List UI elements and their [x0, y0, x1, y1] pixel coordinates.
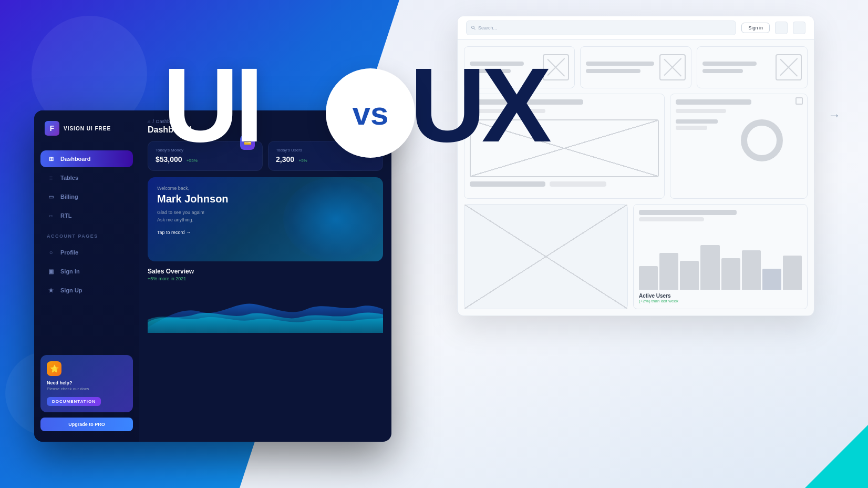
sidebar-item-label: Dashboard [60, 156, 90, 162]
wf-line [702, 69, 743, 73]
signin-button[interactable]: Sign in [741, 23, 770, 33]
content-layer: UI vs UX F VISION UI FREE ⊞ Dashboard [0, 0, 868, 488]
wf-panel-title [639, 210, 737, 215]
wireframe-search[interactable]: Search... [466, 21, 736, 35]
wf-line [702, 62, 757, 66]
wireframe-bar-panel: Active Users (+2%) than last week [633, 204, 808, 309]
sidebar-item-label: Billing [60, 194, 78, 200]
account-section-label: ACCOUNT PAGES [40, 226, 133, 242]
lang-button-2[interactable] [793, 22, 805, 34]
help-subtitle: Please check our docs [47, 387, 127, 391]
sales-title: Sales Overview [148, 268, 383, 275]
wireframe-arrow: → [828, 108, 841, 123]
wf-bar [639, 266, 658, 290]
sidebar-item-rtl[interactable]: ↔ RTL [40, 207, 133, 224]
rtl-icon: ↔ [47, 211, 55, 220]
cyan-triangle-decoration [805, 425, 868, 488]
stat-change-users: +5% [299, 158, 307, 163]
ui-heading: UI [163, 53, 260, 158]
vs-circle: vs [326, 68, 415, 158]
sidebar-item-label: Tables [60, 175, 78, 181]
wf-image-placeholder [659, 54, 686, 80]
wf-bar [659, 253, 678, 290]
documentation-button[interactable]: DOCUMENTATION [47, 397, 101, 406]
wf-bar [721, 258, 740, 290]
wf-panel-sub [639, 217, 704, 221]
sidebar-logo: F VISION UI FREE [40, 121, 133, 136]
sales-subtitle: +5% more in 2021 [148, 276, 383, 281]
sidebar-item-label: RTL [60, 212, 71, 219]
lang-button[interactable] [775, 22, 788, 34]
wf-bar-chart [639, 237, 802, 290]
logo-text: VISION UI FREE [64, 126, 111, 131]
dashboard-icon: ⊞ [47, 155, 55, 163]
wf-line [676, 119, 718, 124]
sidebar-item-billing[interactable]: ▭ Billing [40, 188, 133, 205]
home-icon: ⌂ [148, 119, 150, 124]
billing-icon: ▭ [47, 192, 55, 201]
wf-bar [783, 256, 802, 290]
active-users-change: (+2%) than last week [639, 299, 802, 303]
wf-text-lines [676, 119, 802, 161]
wireframe-row3: Active Users (+2%) than last week [464, 204, 808, 309]
wireframe-card-3 [697, 46, 808, 88]
sidebar-item-dashboard[interactable]: ⊞ Dashboard [40, 150, 133, 167]
profile-icon: ○ [47, 248, 55, 257]
signin-icon: ▣ [47, 267, 55, 276]
logo-icon: F [45, 121, 59, 136]
diag-x-big [464, 205, 627, 309]
help-title: Need help? [47, 380, 127, 385]
sales-chart [148, 286, 383, 333]
sales-section: Sales Overview +5% more in 2021 [148, 268, 383, 433]
wf-bar [680, 261, 699, 290]
wf-line [676, 126, 707, 130]
wf-panel-title [676, 99, 751, 105]
breadcrumb-separator: / [152, 119, 154, 124]
wireframe-card-2 [580, 46, 691, 88]
wireframe-topbar: Search... Sign in [458, 16, 814, 40]
wf-bar [742, 250, 761, 290]
wf-bar [762, 269, 781, 290]
svg-line-1 [474, 28, 476, 30]
sidebar-item-label: Sign Up [60, 287, 82, 293]
sidebar-item-tables[interactable]: ≡ Tables [40, 169, 133, 186]
sidebar-item-label: Sign In [60, 268, 80, 274]
tables-icon: ≡ [47, 174, 55, 182]
sidebar-item-label: Profile [60, 249, 78, 256]
upgrade-button[interactable]: Upgrade to PRO [40, 418, 133, 431]
wf-line [586, 62, 654, 66]
wf-image-placeholder [776, 54, 802, 80]
signup-icon: ★ [47, 286, 55, 294]
wf-btn-placeholder [550, 181, 606, 187]
help-card: ⭐ Need help? Please check our docs DOCUM… [40, 355, 133, 412]
wf-close-btn [795, 97, 803, 105]
sidebar-item-profile[interactable]: ○ Profile [40, 244, 133, 261]
svg-point-0 [472, 26, 474, 29]
help-icon: ⭐ [47, 361, 61, 376]
active-users-label: Active Users [639, 293, 802, 299]
jellyfish-illustration [283, 177, 383, 261]
vs-text: vs [353, 95, 389, 132]
wireframe-panel-2 [670, 94, 808, 199]
ux-heading: UX [410, 53, 547, 158]
sidebar-nav: ⊞ Dashboard ≡ Tables ▭ Billing ↔ RTL [40, 150, 133, 349]
wf-line [586, 69, 640, 73]
wf-donut-chart [741, 119, 783, 161]
sidebar: F VISION UI FREE ⊞ Dashboard ≡ Tables ▭ [34, 110, 139, 442]
wireframe-big-image [464, 204, 628, 309]
sidebar-item-signin[interactable]: ▣ Sign In [40, 263, 133, 280]
wf-btn-placeholder [470, 181, 545, 187]
wf-panel-sub [676, 109, 726, 113]
welcome-card: Welcome back, Mark Johnson Glad to see y… [148, 177, 383, 261]
search-placeholder: Search... [478, 25, 497, 30]
wf-btn-row [470, 181, 659, 187]
wf-bar [700, 245, 719, 290]
sidebar-item-signup[interactable]: ★ Sign Up [40, 282, 133, 299]
